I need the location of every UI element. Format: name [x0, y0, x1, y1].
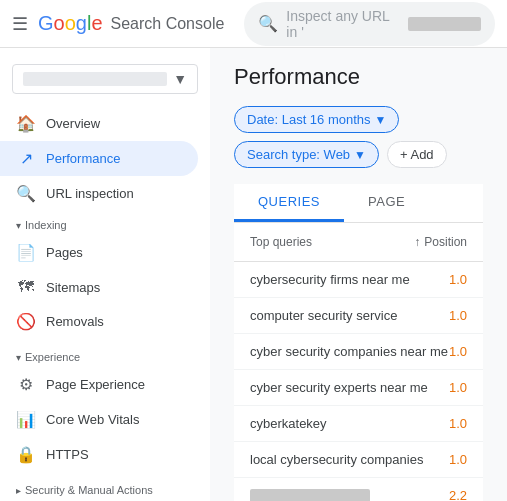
core-web-vitals-icon: 📊	[16, 410, 36, 429]
logo-g2: g	[76, 12, 87, 34]
position-cell: 1.0	[449, 272, 467, 287]
sidebar-item-core-web-vitals[interactable]: 📊 Core Web Vitals	[0, 402, 198, 437]
property-selector[interactable]: ▼	[12, 64, 198, 94]
filter-bar: Date: Last 16 months ▼ Search type: Web …	[234, 106, 483, 168]
url-inspect-bar[interactable]: 🔍 Inspect any URL in '	[244, 2, 495, 46]
pages-icon: 📄	[16, 243, 36, 262]
hamburger-icon[interactable]: ☰	[12, 13, 28, 35]
query-cell: cybersecurity firms near me	[250, 272, 410, 287]
content-area: Performance Date: Last 16 months ▼ Searc…	[210, 48, 507, 501]
sidebar-item-core-web-vitals-label: Core Web Vitals	[46, 412, 139, 427]
table-row[interactable]: cyberkatekey 1.0	[234, 406, 483, 442]
experience-label: Experience	[25, 351, 80, 363]
experience-header[interactable]: ▾ Experience	[0, 343, 210, 367]
sidebar-item-url-inspection[interactable]: 🔍 URL inspection	[0, 176, 198, 211]
query-cell: cyber security experts near me	[250, 380, 428, 395]
query-column-header: Top queries	[250, 235, 312, 249]
logo-o2: o	[65, 12, 76, 34]
tabs-wrapper: QUERIES PAGE Top queries ↑ Position cybe…	[234, 184, 483, 501]
url-inspect-icon: 🔍	[16, 184, 36, 203]
logo-g: G	[38, 12, 54, 34]
position-cell: 1.0	[449, 452, 467, 467]
security-header[interactable]: ▸ Security & Manual Actions	[0, 476, 210, 500]
logo-google: Google	[38, 12, 103, 35]
experience-chevron-icon: ▾	[16, 352, 21, 363]
add-filter-button[interactable]: + Add	[387, 141, 447, 168]
property-selector-text	[23, 72, 167, 86]
indexing-label: Indexing	[25, 219, 67, 231]
sidebar: ▼ 🏠 Overview ↗ Performance 🔍 URL inspect…	[0, 48, 210, 501]
query-cell: computer security service	[250, 308, 397, 323]
query-cell: local cybersecurity companies	[250, 452, 423, 467]
table-row[interactable]: cyber security companies near me 1.0	[234, 334, 483, 370]
security-label: Security & Manual Actions	[25, 484, 153, 496]
position-column-header[interactable]: ↑ Position	[414, 235, 467, 249]
sort-arrow-icon: ↑	[414, 235, 420, 249]
sidebar-item-performance[interactable]: ↗ Performance	[0, 141, 198, 176]
query-cell: cyberkatekey	[250, 416, 327, 431]
removals-icon: 🚫	[16, 312, 36, 331]
search-type-filter-arrow-icon: ▼	[354, 148, 366, 162]
https-icon: 🔒	[16, 445, 36, 464]
sidebar-item-page-experience-label: Page Experience	[46, 377, 145, 392]
sidebar-item-sitemaps[interactable]: 🗺 Sitemaps	[0, 270, 198, 304]
tab-queries[interactable]: QUERIES	[234, 184, 344, 222]
page-experience-icon: ⚙	[16, 375, 36, 394]
logo-o1: o	[54, 12, 65, 34]
security-chevron-icon: ▸	[16, 485, 21, 496]
search-icon: 🔍	[258, 14, 278, 33]
sidebar-item-https[interactable]: 🔒 HTTPS	[0, 437, 198, 472]
sitemaps-icon: 🗺	[16, 278, 36, 296]
table-row[interactable]: computer security service 1.0	[234, 298, 483, 334]
sidebar-item-pages-label: Pages	[46, 245, 83, 260]
add-filter-label: + Add	[400, 147, 434, 162]
search-placeholder: Inspect any URL in '	[286, 8, 400, 40]
property-selector-arrow-icon: ▼	[173, 71, 187, 87]
table-row-blurred[interactable]: 2.2	[234, 478, 483, 501]
search-type-filter-label: Search type: Web	[247, 147, 350, 162]
logo-area: Google Search Console	[38, 12, 224, 35]
url-value-redacted	[408, 17, 481, 31]
page-title: Performance	[234, 64, 483, 90]
query-cell-blurred	[250, 489, 370, 502]
home-icon: 🏠	[16, 114, 36, 133]
position-cell: 1.0	[449, 416, 467, 431]
sidebar-item-page-experience[interactable]: ⚙ Page Experience	[0, 367, 198, 402]
query-cell: cyber security companies near me	[250, 344, 448, 359]
sidebar-item-url-inspection-label: URL inspection	[46, 186, 134, 201]
logo-e: e	[91, 12, 102, 34]
tab-pages[interactable]: PAGE	[344, 184, 429, 222]
sidebar-item-https-label: HTTPS	[46, 447, 89, 462]
sidebar-item-overview-label: Overview	[46, 116, 100, 131]
position-col-label: Position	[424, 235, 467, 249]
date-filter-arrow-icon: ▼	[375, 113, 387, 127]
date-filter-chip[interactable]: Date: Last 16 months ▼	[234, 106, 399, 133]
table-row[interactable]: cyber security experts near me 1.0	[234, 370, 483, 406]
top-bar: ☰ Google Search Console 🔍 Inspect any UR…	[0, 0, 507, 48]
sidebar-item-removals-label: Removals	[46, 314, 104, 329]
sidebar-item-sitemaps-label: Sitemaps	[46, 280, 100, 295]
sidebar-item-overview[interactable]: 🏠 Overview	[0, 106, 198, 141]
sidebar-item-pages[interactable]: 📄 Pages	[0, 235, 198, 270]
table-row[interactable]: local cybersecurity companies 1.0	[234, 442, 483, 478]
indexing-chevron-icon: ▾	[16, 220, 21, 231]
indexing-header[interactable]: ▾ Indexing	[0, 211, 210, 235]
table-row[interactable]: cybersecurity firms near me 1.0	[234, 262, 483, 298]
position-cell: 2.2	[449, 488, 467, 501]
table-header: Top queries ↑ Position	[234, 223, 483, 262]
tabs: QUERIES PAGE	[234, 184, 483, 223]
position-cell: 1.0	[449, 380, 467, 395]
performance-icon: ↗	[16, 149, 36, 168]
indexing-section: ▾ Indexing 📄 Pages 🗺 Sitemaps 🚫 Removals	[0, 211, 210, 339]
app-title: Search Console	[111, 15, 225, 33]
position-cell: 1.0	[449, 308, 467, 323]
position-cell: 1.0	[449, 344, 467, 359]
sidebar-item-removals[interactable]: 🚫 Removals	[0, 304, 198, 339]
security-section: ▸ Security & Manual Actions	[0, 476, 210, 500]
main-layout: ▼ 🏠 Overview ↗ Performance 🔍 URL inspect…	[0, 48, 507, 501]
sidebar-item-performance-label: Performance	[46, 151, 120, 166]
search-type-filter-chip[interactable]: Search type: Web ▼	[234, 141, 379, 168]
experience-section: ▾ Experience ⚙ Page Experience 📊 Core We…	[0, 343, 210, 472]
date-filter-label: Date: Last 16 months	[247, 112, 371, 127]
